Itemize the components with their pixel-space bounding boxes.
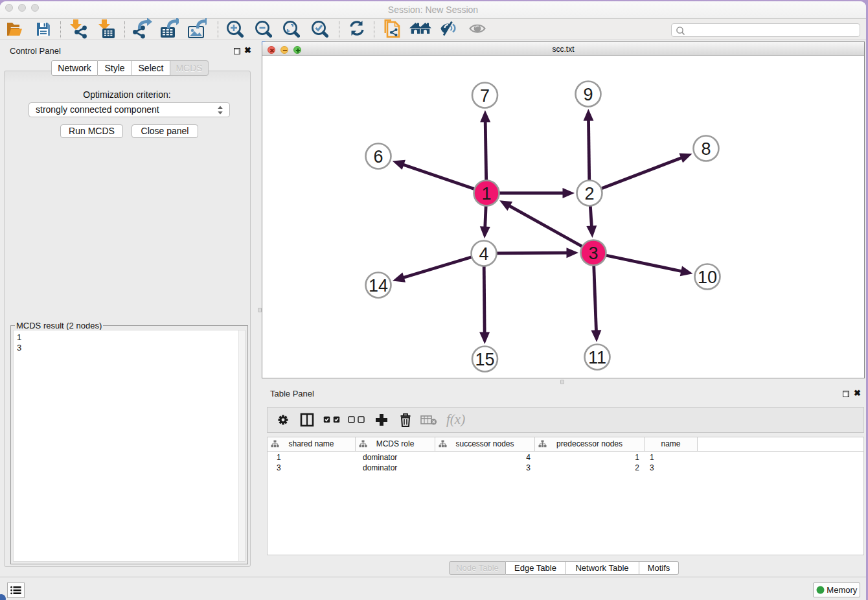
svg-text:15: 15 [475,350,494,369]
svg-text:11: 11 [588,348,606,367]
svg-text:8: 8 [701,139,711,159]
svg-text:7: 7 [480,86,490,106]
svg-text:9: 9 [583,85,593,104]
svg-text:10: 10 [698,268,717,287]
svg-text:2: 2 [584,184,594,203]
svg-text:1: 1 [481,184,491,203]
svg-text:3: 3 [588,244,598,263]
svg-text:4: 4 [479,244,488,264]
svg-text:14: 14 [369,276,388,295]
svg-text:6: 6 [373,147,383,167]
